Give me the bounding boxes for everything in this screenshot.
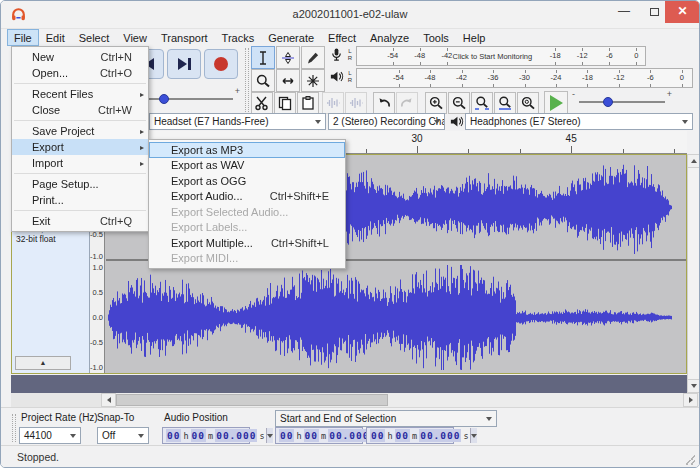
menu-file[interactable]: File [7,29,39,46]
recording-meter[interactable]: -54-48-42-18-12-60Click to Start Monitor… [356,46,646,66]
horizontal-scrollbar[interactable] [11,393,700,407]
minimize-button[interactable]: — [611,1,637,23]
track-collapse-button[interactable]: ▲ [15,356,71,370]
channel-label: L [346,48,354,55]
play-at-speed-button[interactable] [544,91,568,115]
menu-edit[interactable]: Edit [39,29,72,46]
selection-start-display[interactable]: 00h00m00.000s [275,427,363,444]
menu-item-label: Import [12,157,63,169]
selection-mode-combo[interactable]: Start and End of Selection [275,410,497,427]
menu-transport[interactable]: Transport [154,29,215,46]
selection-tool-button[interactable] [251,46,275,69]
recording-channels-combo[interactable]: 2 (Stereo) Recording Cha [328,113,445,130]
undo-button[interactable] [373,92,395,114]
chevron-up-icon [691,159,697,163]
playback-device-combo[interactable]: Headphones (E7 Stereo) [465,113,693,130]
menu-item-new[interactable]: NewCtrl+N [12,49,148,65]
microphone-icon[interactable] [329,47,344,62]
amplitude-label: -1.0 [90,252,103,261]
timeshift-tool-button[interactable] [276,69,300,92]
toolbar-grip[interactable] [245,48,249,114]
zoom-in-button[interactable] [425,92,447,114]
audio-position-display[interactable]: 00h00m00.000s [162,427,250,444]
silence-audio-button[interactable] [345,92,367,114]
menu-tracks[interactable]: Tracks [215,29,262,46]
project-rate-combo[interactable]: 44100 [19,427,81,444]
playback-meter[interactable]: -54-48-42-36-30-24-18-12-60 [356,68,693,88]
redo-icon [399,95,415,111]
menu-item-recent-files[interactable]: Recent Files▸ [12,86,148,102]
zoom-toggle-button[interactable] [517,92,539,114]
zoom-fit-button[interactable] [494,92,516,114]
menu-item-export-as-wav[interactable]: Export as WAV [149,158,345,174]
menu-item-shortcut: Ctrl+N [101,51,148,63]
time-digits: 00 [395,429,410,442]
play-speed-slider[interactable]: - + [579,95,665,109]
meter-monitor-text[interactable]: Click to Start Monitoring [453,52,533,61]
menu-item-export-as-mp3[interactable]: Export as MP3 [149,142,345,158]
copy-button[interactable] [274,92,296,114]
scroll-right-button[interactable] [683,393,698,407]
menu-item-page-setup[interactable]: Page Setup... [12,176,148,192]
snap-to-combo[interactable]: Off [97,427,149,444]
menu-item-export[interactable]: Export▸ [12,139,148,155]
record-button[interactable] [204,49,238,79]
menu-view[interactable]: View [116,29,154,46]
multi-tool-button[interactable] [301,69,325,92]
meter-scale-label: -30 [519,73,530,82]
menu-item-export-midi: Export MIDI... [149,251,345,267]
selection-end-display[interactable]: 00h00m00.000s [366,427,454,444]
toolbar-grip[interactable] [12,414,16,442]
skip-to-end-button[interactable] [167,49,201,79]
scroll-left-button[interactable] [101,393,116,407]
menu-item-open[interactable]: Open...Ctrl+O [12,65,148,81]
paste-button[interactable] [297,92,319,114]
menu-item-label: Export MIDI... [149,252,238,264]
meter-tick [636,48,637,51]
zoom-fit-icon [497,95,513,111]
menu-item-print[interactable]: Print... [12,192,148,208]
speed-slider-thumb[interactable] [603,97,613,107]
menu-item-export-audio[interactable]: Export Audio...Ctrl+Shift+E [149,189,345,205]
zoom-selection-button[interactable] [471,92,493,114]
waveform-channel-right[interactable] [106,261,688,373]
channel-label: R [346,77,354,84]
meter-scale-label: -48 [414,51,425,60]
zoom-tool-button[interactable] [251,69,275,92]
menu-help[interactable]: Help [456,29,493,46]
menu-item-export-multiple[interactable]: Export Multiple...Ctrl+Shift+L [149,235,345,251]
menu-item-exit[interactable]: ExitCtrl+Q [12,213,148,229]
ruler-time-label: 45 [566,133,577,144]
vertical-scrollbar[interactable] [687,154,700,393]
time-display-dropdown[interactable] [266,428,273,443]
menu-item-export-as-ogg[interactable]: Export as OGG [149,173,345,189]
menu-item-close[interactable]: CloseCtrl+W [12,102,148,118]
resize-grip[interactable] [685,455,695,465]
zoom-out-button[interactable] [448,92,470,114]
ruler-tick [674,149,675,153]
cut-button[interactable] [251,92,273,114]
menu-item-label: Export Labels... [149,221,247,233]
menu-select[interactable]: Select [72,29,117,46]
envelope-tool-button[interactable] [276,46,300,69]
slider-thumb[interactable] [159,94,169,104]
menu-item-save-project[interactable]: Save Project▸ [12,123,148,139]
meter-tick [447,48,448,51]
draw-tool-button[interactable] [301,46,325,69]
menu-generate[interactable]: Generate [261,29,321,46]
maximize-button[interactable] [641,1,667,23]
menu-item-import[interactable]: Import▸ [12,155,148,171]
menu-effect[interactable]: Effect [321,29,363,46]
speaker-icon[interactable] [329,69,344,84]
close-button[interactable]: ✕ [665,1,700,23]
redo-button[interactable] [396,92,418,114]
horizontal-scroll-thumb[interactable] [116,394,388,406]
time-display-dropdown[interactable] [470,428,477,443]
recording-device-combo[interactable]: Headset (E7 Hands-Free) [149,113,326,130]
trim-audio-button[interactable] [322,92,344,114]
scroll-down-button[interactable] [687,379,700,393]
scroll-up-button[interactable] [687,154,700,168]
speed-slider-track[interactable] [579,101,665,103]
menu-analyze[interactable]: Analyze [363,29,416,46]
menu-tools[interactable]: Tools [416,29,456,46]
